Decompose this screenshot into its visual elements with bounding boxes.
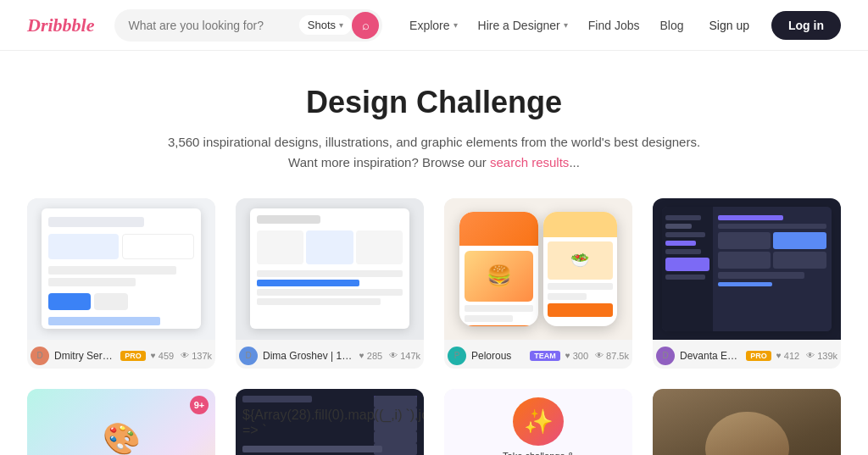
- shots-dropdown[interactable]: Shots ▾: [299, 15, 352, 35]
- shot-card-dark-app[interactable]: ${Array(28).fill(0).map((_,i) => ``).joi…: [236, 389, 424, 456]
- shots-label: Shots: [308, 19, 336, 31]
- avatar: D: [31, 347, 49, 365]
- mock-phone-2: 🥗: [543, 212, 617, 326]
- shot-thumbnail: Experience Italy With Us: [653, 389, 841, 456]
- mock-phone: 🍔: [459, 212, 538, 326]
- shot-stats: ♥ 300 👁 87.5k: [565, 351, 629, 361]
- badge-count: 9+: [190, 396, 209, 414]
- shot-meta: D Dima Groshev | 123... ♥ 285 👁 147k: [236, 340, 424, 369]
- shot-meta: P Pelorous TEAM ♥ 300 👁 87.5k: [444, 340, 632, 369]
- signup-button[interactable]: Sign up: [698, 12, 761, 39]
- shot-stats: ♥ 412 👁 139k: [776, 351, 837, 361]
- shot-card[interactable]: D Dima Groshev | 123... ♥ 285 👁 147k: [236, 198, 424, 369]
- hero-subtitle: 3,560 inspirational designs, illustratio…: [17, 132, 851, 173]
- mock-ui: [42, 208, 202, 329]
- shot-card[interactable]: 🍔 🥗 P Pe: [444, 198, 632, 369]
- shot-thumbnail: 🍔 🥗: [444, 198, 632, 340]
- nav-explore-chevron: ▾: [453, 20, 458, 30]
- nav-jobs-label: Find Jobs: [588, 19, 640, 32]
- nav-jobs[interactable]: Find Jobs: [588, 19, 640, 32]
- nav-hire[interactable]: Hire a Designer ▾: [478, 19, 568, 32]
- illustration-text: Take challenge &boost creativity: [503, 451, 574, 455]
- status-badge: PRO: [120, 351, 146, 361]
- search-results-link[interactable]: search results: [490, 155, 569, 169]
- nav-actions: Sign up Log in: [698, 11, 841, 40]
- shot-card[interactable]: D Devanta Ebis... PRO ♥ 412 👁 139k: [653, 198, 841, 369]
- search-icon: ⌕: [362, 18, 370, 32]
- shot-thumbnail: 9+ 🎨 Design Challenge 20 - 30 JUL 2022: [27, 389, 215, 456]
- shot-card-italy[interactable]: Experience Italy With Us: [653, 389, 841, 456]
- author-name: Dima Groshev | 123...: [263, 350, 354, 362]
- main-nav: Explore ▾ Hire a Designer ▾ Find Jobs Bl…: [409, 19, 683, 32]
- mock-ui: [250, 208, 410, 329]
- shot-stats: ♥ 459 👁 137k: [151, 351, 212, 361]
- eye-icon: 👁: [181, 351, 189, 360]
- heart-icon: ♥: [151, 351, 156, 360]
- shots-chevron-icon: ▾: [339, 20, 343, 30]
- status-badge: TEAM: [530, 351, 560, 361]
- search-bar: Shots ▾ ⌕: [114, 9, 382, 42]
- header: Dribbble Shots ▾ ⌕ Explore ▾ Hire a Desi…: [0, 0, 868, 51]
- login-button[interactable]: Log in: [771, 11, 841, 40]
- shot-thumbnail: [653, 198, 841, 340]
- avatar: D: [656, 347, 675, 365]
- avatar: D: [239, 347, 258, 365]
- nav-explore[interactable]: Explore ▾: [409, 19, 457, 32]
- author-name: Devanta Ebis...: [680, 350, 741, 362]
- nav-hire-chevron: ▾: [564, 20, 568, 30]
- shot-card[interactable]: D Dmitry Sergu... PRO ♥ 459 👁 137k: [27, 198, 215, 369]
- eye-icon: 👁: [389, 351, 398, 360]
- shot-thumbnail: [27, 198, 215, 340]
- eye-icon: 👁: [806, 351, 815, 360]
- page-title: Design Challenge: [17, 85, 851, 120]
- status-badge: PRO: [746, 351, 771, 361]
- eye-icon: 👁: [595, 351, 604, 360]
- shot-thumbnail: ✨ Take challenge &boost creativity: [444, 389, 632, 456]
- nav-blog[interactable]: Blog: [659, 19, 683, 32]
- shots-grid-row1: D Dmitry Sergu... PRO ♥ 459 👁 137k: [0, 198, 868, 389]
- shot-meta: D Devanta Ebis... PRO ♥ 412 👁 139k: [653, 340, 841, 369]
- nav-blog-label: Blog: [659, 19, 683, 32]
- search-button[interactable]: ⌕: [352, 12, 379, 39]
- nav-explore-label: Explore: [409, 19, 449, 32]
- heart-icon: ♥: [776, 351, 782, 360]
- heart-icon: ♥: [359, 351, 364, 360]
- hero-section: Design Challenge 3,560 inspirational des…: [0, 51, 868, 198]
- shot-thumbnail: ${Array(28).fill(0).map((_,i) => ``).joi…: [236, 389, 424, 456]
- italy-arch-shape: [705, 412, 789, 455]
- challenge-icon: 🎨: [103, 421, 141, 456]
- author-name: Dmitry Sergu...: [54, 350, 115, 362]
- heart-icon: ♥: [565, 351, 570, 360]
- shots-grid-row2: 9+ 🎨 Design Challenge 20 - 30 JUL 2022 $…: [0, 389, 868, 456]
- search-input[interactable]: [128, 19, 298, 32]
- shot-stats: ♥ 285 👁 147k: [359, 351, 420, 361]
- illustration-blob: ✨: [513, 397, 564, 447]
- logo[interactable]: Dribbble: [27, 14, 94, 36]
- nav-hire-label: Hire a Designer: [478, 19, 560, 32]
- avatar: P: [448, 347, 466, 365]
- shot-meta: D Dmitry Sergu... PRO ♥ 459 👁 137k: [27, 340, 215, 369]
- mock-ui-dark: [662, 207, 832, 331]
- author-name: Pelorous: [471, 350, 525, 362]
- dark-app-ui: ${Array(28).fill(0).map((_,i) => ``).joi…: [236, 389, 424, 456]
- shot-card-challenge[interactable]: 9+ 🎨 Design Challenge 20 - 30 JUL 2022: [27, 389, 215, 456]
- shot-card-colorful[interactable]: ✨ Take challenge &boost creativity: [444, 389, 632, 456]
- shot-thumbnail: [236, 198, 424, 340]
